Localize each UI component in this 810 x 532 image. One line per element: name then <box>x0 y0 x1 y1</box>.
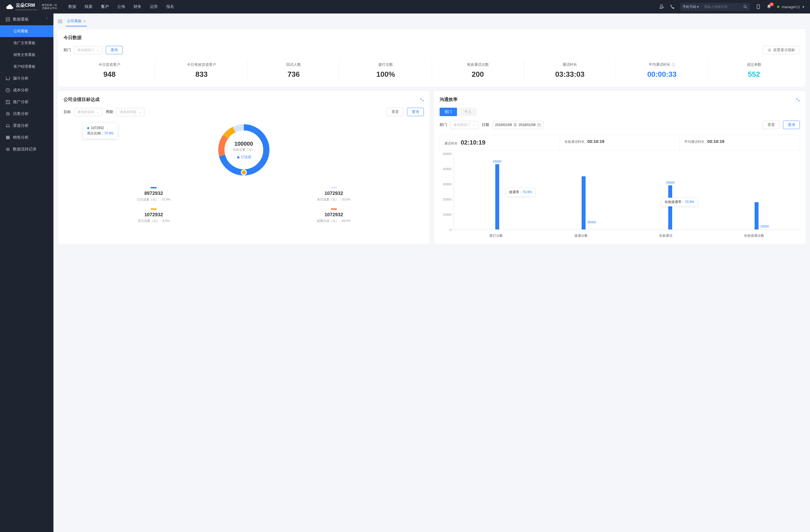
top-navigation: 数据线索客户公海财务运营报名 <box>68 4 174 9</box>
goal-card: 公司业绩目标达成 目标 请选择目标⌄ 周期 请选择周期⌄ 重置 查询 10729… <box>58 91 430 244</box>
phone-icon[interactable] <box>670 4 675 9</box>
svg-rect-16 <box>538 124 540 126</box>
svg-point-0 <box>744 5 746 7</box>
tab-bar: 公司看板 ✕ <box>58 14 806 29</box>
dept-select[interactable]: 请选择部门⌄ <box>74 46 102 54</box>
period-label: 周期 <box>106 110 113 114</box>
topbar: 云朵CRM www.yunduocrm.com 教育机构一站式服务云平台 数据线… <box>0 0 810 14</box>
hamburger-icon[interactable] <box>58 19 62 23</box>
svg-line-1 <box>746 7 747 9</box>
bar: 18000 <box>755 202 759 230</box>
user-menu[interactable]: manager11 ▾ <box>777 5 804 9</box>
search-button[interactable] <box>741 3 750 11</box>
seg-person[interactable]: 个人 <box>459 108 477 116</box>
close-icon[interactable]: ✕ <box>83 19 86 23</box>
chart-tooltip: 1072932 所占比例：70.9% <box>83 123 117 139</box>
status-dot <box>777 6 779 8</box>
sidebar-item[interactable]: 销售主管看板 <box>0 49 53 61</box>
sidebar-item[interactable]: 销售分析 <box>0 132 53 144</box>
sidebar-item[interactable]: 漏斗分析 <box>0 72 53 84</box>
summary-item: 通话时长02:10:19 <box>440 135 560 150</box>
topnav-item[interactable]: 线索 <box>85 4 93 9</box>
sidebar-group-dashboard[interactable]: 数据看板 ˄ <box>0 14 53 25</box>
metric-item: 回访人数736 <box>248 60 340 81</box>
sidebar-item[interactable]: 推广分析 <box>0 96 53 108</box>
rate-tooltip-1: 接通率：70.9% <box>506 188 535 197</box>
metric-item: 有效通话次数200 <box>432 60 524 81</box>
chevron-down-icon: ▾ <box>803 5 804 9</box>
sidebar-item[interactable]: 数据流转记录 <box>0 144 53 155</box>
expand-icon[interactable] <box>796 98 800 102</box>
settings-button[interactable]: 设置显示指标 <box>763 46 800 54</box>
donut-value: 100000 <box>233 140 255 147</box>
username: manager11 <box>782 5 800 9</box>
seg-dept[interactable]: 部门 <box>440 108 457 116</box>
reset-button[interactable]: 重置 <box>763 121 780 129</box>
svg-point-15 <box>241 170 246 175</box>
reset-button[interactable]: 重置 <box>387 108 404 116</box>
query-button[interactable]: 查询 <box>783 121 800 129</box>
y-tick: 30000 <box>443 182 451 186</box>
chevron-down-icon: ⌄ <box>96 110 99 114</box>
bar: 43000 <box>495 164 499 230</box>
x-label: 接通次数 <box>574 233 588 238</box>
x-label: 拨打次数 <box>489 233 503 238</box>
svg-text:?: ? <box>673 64 674 66</box>
query-button[interactable]: 查询 <box>106 46 123 54</box>
topnav-item[interactable]: 客户 <box>101 4 109 9</box>
metric-item: 通话时长03:33:03 <box>524 60 616 81</box>
bar: 35000 <box>582 176 586 230</box>
sidebar-item[interactable]: 渠道分析 <box>0 120 53 132</box>
card-title: 公司业绩目标达成 <box>64 97 100 103</box>
search-icon <box>743 5 747 9</box>
legend-item: 8972932已完成量（元）|70.9% <box>64 184 244 205</box>
metric-item: 平均通话时长?00:00:33 <box>616 60 708 81</box>
bar-chart: 01000020000300004000050000 接通率：70.9% 有效接… <box>440 154 800 238</box>
logo[interactable]: 云朵CRM www.yunduocrm.com 教育机构一站式服务云平台 <box>6 2 57 11</box>
mobile-icon[interactable] <box>756 4 761 9</box>
y-tick: 10000 <box>443 213 451 216</box>
dashboard-icon <box>6 17 10 22</box>
dept-label: 部门 <box>64 48 71 53</box>
rate-tooltip-2: 有效接通率：70.9% <box>662 198 697 206</box>
add-user-icon[interactable] <box>659 4 664 9</box>
query-button[interactable]: 查询 <box>407 108 424 116</box>
sidebar-item[interactable]: 访客分析 <box>0 108 53 120</box>
topnav-item[interactable]: 公海 <box>117 4 125 9</box>
sidebar: 数据看板 ˄ 公司看板推广主管看板销售主管看板客户经理看板 漏斗分析成本分析推广… <box>0 14 53 532</box>
sidebar-item[interactable]: 推广主管看板 <box>0 37 53 49</box>
sidebar-item[interactable]: 公司看板 <box>0 25 53 37</box>
tab-company-dashboard[interactable]: 公司看板 ✕ <box>66 16 87 27</box>
notification-bell[interactable]: 5 <box>766 4 772 9</box>
x-label: 有效通话 <box>659 233 673 238</box>
calendar-icon <box>537 123 541 127</box>
sidebar-item[interactable]: 成本分析 <box>0 84 53 96</box>
search-input[interactable] <box>701 3 741 11</box>
topnav-item[interactable]: 数据 <box>68 4 76 9</box>
sidebar-item[interactable]: 客户经理看板 <box>0 61 53 72</box>
target-select[interactable]: 请选择目标⌄ <box>74 108 102 116</box>
summary-item: 平均通话时长02:10:19 <box>680 135 799 150</box>
topnav-item[interactable]: 运营 <box>150 4 158 9</box>
notification-badge: 5 <box>770 2 774 6</box>
topnav-item[interactable]: 财务 <box>134 4 142 9</box>
legend-item: 1072932未完成量（元）|20.9% <box>244 184 424 205</box>
y-tick: 20000 <box>443 198 451 201</box>
date-range-picker[interactable]: 2018/01/08 至 2018/01/08 <box>492 121 544 129</box>
metric-item: 今日首咨客户948 <box>64 60 156 81</box>
communication-card: 沟通效率 部门 个人 部门 请选择部门⌄ 日期 2018/01/08 至 201… <box>434 91 806 244</box>
nav-icon <box>6 76 10 81</box>
expand-icon[interactable] <box>420 98 424 102</box>
search-type-select[interactable]: 手机号码 ▾ <box>680 3 701 11</box>
bar: 29000 <box>668 185 672 230</box>
y-tick: 0 <box>450 228 451 231</box>
donut-chart: 1072932 所占比例：70.9% 100000 目标总量（元） <box>64 122 424 178</box>
summary-item: 有效通话时长02:10:19 <box>560 135 680 150</box>
today-data-card: 今日数据 部门 请选择部门⌄ 查询 设置显示指标 今日首咨客户948今日有效首咨… <box>58 29 806 87</box>
period-select[interactable]: 请选择周期⌄ <box>116 108 145 116</box>
dept-select[interactable]: 请选择部门⌄ <box>450 121 479 129</box>
topnav-item[interactable]: 报名 <box>166 4 174 9</box>
main-content: 公司看板 ✕ 今日数据 部门 请选择部门⌄ 查询 设置显示指标 今日首咨客户94… <box>53 14 810 532</box>
logo-subtitle: 教育机构一站式服务云平台 <box>39 4 57 10</box>
legend-item: 1072932超额完成（元）|89.9% <box>244 205 424 226</box>
